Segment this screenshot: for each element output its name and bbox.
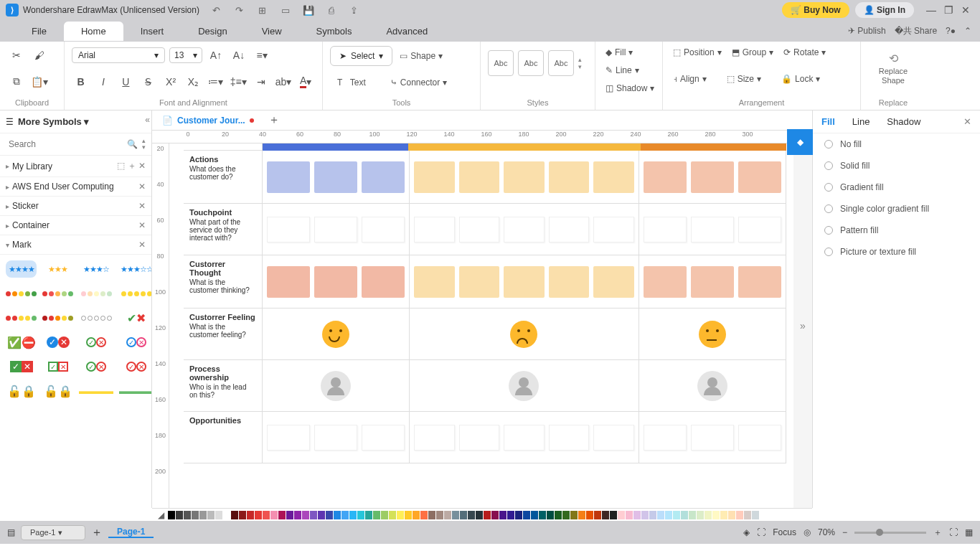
replace-shape-icon[interactable]: ⟲ <box>868 52 918 65</box>
color-swatch[interactable] <box>539 511 546 519</box>
color-swatch[interactable] <box>681 511 688 519</box>
style-preset-1[interactable]: Abc <box>488 50 514 76</box>
connector-tool[interactable]: ⤷ Connector ▾ <box>387 76 450 89</box>
color-swatch[interactable] <box>302 511 309 519</box>
color-swatch[interactable] <box>484 511 491 519</box>
group-button[interactable]: ⬒ Group▾ <box>729 46 776 59</box>
maximize-icon[interactable]: ❐ <box>940 4 957 16</box>
undo-icon[interactable]: ↶ <box>209 3 224 17</box>
color-swatch[interactable] <box>578 511 585 519</box>
strike-icon[interactable]: S̶ <box>139 72 157 91</box>
menu-symbols[interactable]: Symbols <box>299 22 369 41</box>
section-container[interactable]: ▸Container✕ <box>0 216 151 235</box>
print-icon[interactable]: ⎙ <box>324 3 339 17</box>
add-tab-icon[interactable]: ＋ <box>261 113 287 128</box>
mark-dots-red[interactable] <box>42 285 73 302</box>
align-button[interactable]: ⫞ Align▾ <box>670 72 710 85</box>
section-mark[interactable]: ▾Mark✕ <box>0 235 151 255</box>
fullscreen-icon[interactable]: ⛶ <box>757 527 765 537</box>
color-swatch[interactable] <box>278 511 286 519</box>
section-my-library[interactable]: ▸My Library⬚ ＋ ✕ <box>0 156 151 177</box>
menu-insert[interactable]: Insert <box>123 22 182 41</box>
mark-sq-check-3[interactable]: ✓✕ <box>79 358 113 375</box>
color-swatch[interactable] <box>452 511 459 519</box>
superscript-icon[interactable]: X² <box>161 72 179 91</box>
color-swatch[interactable] <box>468 511 475 519</box>
color-swatch[interactable] <box>689 511 696 519</box>
color-swatch[interactable] <box>199 511 207 519</box>
more-symbols-button[interactable]: More Symbols ▾ <box>18 116 89 127</box>
mark-dots-ry[interactable] <box>6 309 37 326</box>
color-swatch[interactable] <box>176 511 183 519</box>
format-painter-icon[interactable]: 🖌 <box>30 46 49 65</box>
cut-icon[interactable]: ✂ <box>7 46 26 65</box>
select-tool[interactable]: ➤ Select ▾ <box>330 46 392 66</box>
color-swatch[interactable] <box>610 511 617 519</box>
close-panel-icon[interactable]: ✕ <box>963 116 971 127</box>
mark-lock-1[interactable]: 🔓🔒 <box>6 382 37 400</box>
style-up-icon[interactable]: ▴ <box>578 56 582 63</box>
zoom-in-icon[interactable]: ＋ <box>933 527 942 539</box>
color-swatch[interactable] <box>436 511 443 519</box>
color-swatch[interactable] <box>341 511 349 519</box>
color-swatch[interactable] <box>357 511 364 519</box>
mark-sq-check-2[interactable]: ✓✕ <box>42 358 73 375</box>
color-swatch[interactable] <box>476 511 483 519</box>
menu-view[interactable]: View <box>245 22 299 41</box>
color-swatch[interactable] <box>365 511 372 519</box>
color-swatch[interactable] <box>499 511 507 519</box>
color-swatch[interactable] <box>586 511 593 519</box>
opt-pattern-fill[interactable]: Pattern fill <box>813 220 980 241</box>
color-swatch[interactable] <box>460 511 467 519</box>
color-swatch[interactable] <box>405 511 412 519</box>
color-swatch[interactable] <box>270 511 278 519</box>
color-swatch[interactable] <box>507 511 514 519</box>
new-icon[interactable]: ⊞ <box>255 3 270 17</box>
page-tab[interactable]: Page-1 <box>108 527 154 538</box>
doc-tab[interactable]: 📄 Customer Jour... <box>155 113 261 128</box>
color-swatch[interactable] <box>562 511 570 519</box>
color-swatch[interactable] <box>712 511 720 519</box>
color-swatch[interactable] <box>349 511 357 519</box>
line-button[interactable]: ✎ Line ▾ <box>603 64 655 77</box>
color-swatch[interactable] <box>555 511 562 519</box>
open-icon[interactable]: ▭ <box>278 3 293 17</box>
subscript-icon[interactable]: X₂ <box>184 72 202 91</box>
color-swatch[interactable] <box>239 511 246 519</box>
mark-dots-grad[interactable] <box>42 309 73 326</box>
neutral-face-icon[interactable] <box>699 321 726 348</box>
mark-dots-traffic[interactable] <box>6 285 37 302</box>
close-icon[interactable]: ✕ <box>957 4 974 16</box>
color-swatch[interactable] <box>570 511 578 519</box>
section-aws[interactable]: ▸AWS End User Computing✕ <box>0 177 151 197</box>
font-color-icon[interactable]: A▾ <box>297 72 315 91</box>
menu-file[interactable]: File <box>14 22 64 41</box>
color-swatch[interactable] <box>207 511 215 519</box>
canvas[interactable]: ActionsWhat does the customer do? Touchp… <box>169 143 793 508</box>
mark-faces[interactable] <box>119 285 151 302</box>
sad-face-icon[interactable] <box>510 321 537 348</box>
color-swatch[interactable] <box>310 511 317 519</box>
color-swatch[interactable] <box>428 511 435 519</box>
style-down-icon[interactable]: ▾ <box>578 63 582 70</box>
mark-stars-badge[interactable]: ★★★★ <box>6 260 37 278</box>
color-swatch[interactable] <box>263 511 270 519</box>
color-palette[interactable]: ◢ <box>152 508 812 521</box>
mark-lock-2[interactable]: 🔓🔒 <box>42 382 73 400</box>
color-swatch[interactable] <box>594 511 601 519</box>
rotate-button[interactable]: ⟳ Rotate▾ <box>781 46 829 59</box>
menu-advanced[interactable]: Advanced <box>369 22 445 41</box>
fill-tool-icon[interactable]: ◆ <box>787 129 813 155</box>
color-swatch[interactable] <box>515 511 522 519</box>
color-swatch[interactable] <box>618 511 625 519</box>
color-swatch[interactable] <box>665 511 672 519</box>
export-icon[interactable]: ⇪ <box>347 3 362 17</box>
size-select[interactable]: 13▾ <box>169 47 202 63</box>
color-swatch[interactable] <box>728 511 735 519</box>
paste-icon[interactable]: 📋▾ <box>30 72 49 91</box>
color-swatch[interactable] <box>373 511 380 519</box>
add-page-icon[interactable]: ＋ <box>91 525 103 540</box>
mark-circle-check-4[interactable]: ✓✕ <box>119 334 151 351</box>
collapse-left-icon[interactable]: « <box>145 115 150 125</box>
color-swatch[interactable] <box>649 511 656 519</box>
